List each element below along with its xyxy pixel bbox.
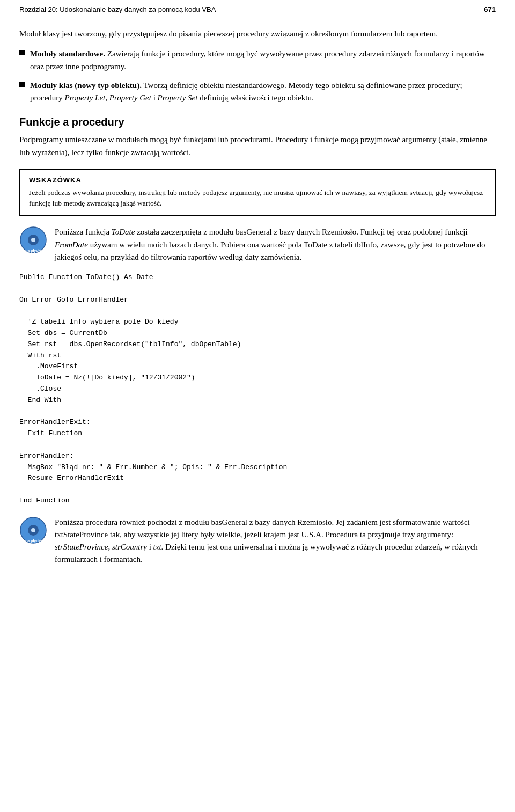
cd-icon-1: na płycie (19, 226, 47, 254)
page-header: Rozdział 20: Udoskonalanie bazy danych z… (0, 0, 515, 18)
tip-box: WSKAZÓWKA Jeżeli podczas wywołania proce… (19, 169, 496, 217)
svg-text:na płycie: na płycie (25, 248, 41, 253)
bullet-icon-1 (19, 50, 25, 55)
cd-text-1: Poniższa funkcja ToDate została zaczerpn… (55, 226, 496, 264)
bullet-bold-2: Moduły klas (nowy typ obiektu). (30, 81, 142, 90)
page-content: Moduł klasy jest tworzony, gdy przystępu… (0, 28, 515, 586)
cd-text-2: Poniższa procedura również pochodzi z mo… (55, 516, 496, 566)
bullet-item-2: Moduły klas (nowy typ obiektu). Tworzą d… (19, 79, 496, 105)
cd-icon-2: na płycie (19, 516, 47, 544)
cd-section-1: na płycie Poniższa funkcja ToDate został… (19, 226, 496, 264)
bullet-text-2: Moduły klas (nowy typ obiektu). Tworzą d… (30, 79, 496, 105)
section-heading: Funkcje a procedury (19, 116, 496, 128)
bullet-text-1: Moduły standardowe. Zawierają funkcje i … (30, 48, 496, 73)
svg-point-6 (31, 528, 35, 532)
bullet-icon-2 (19, 82, 25, 87)
section-para1: Podprogramy umieszczane w modułach mogą … (19, 134, 496, 159)
bullet-item-1: Moduły standardowe. Zawierają funkcje i … (19, 48, 496, 73)
intro-paragraph: Moduł klasy jest tworzony, gdy przystępu… (19, 28, 496, 40)
svg-point-2 (31, 238, 35, 242)
bullet-bold-1: Moduły standardowe. (30, 49, 105, 58)
code-block-1: Public Function ToDate() As Date On Erro… (19, 272, 496, 507)
cd-section-2: na płycie Poniższa procedura również poc… (19, 516, 496, 566)
tip-text: Jeżeli podczas wywołania procedury, inst… (29, 187, 486, 209)
svg-text:na płycie: na płycie (25, 539, 41, 543)
page-number: 671 (484, 5, 496, 13)
tip-label: WSKAZÓWKA (29, 176, 486, 184)
page-container: Rozdział 20: Udoskonalanie bazy danych z… (0, 0, 515, 812)
chapter-title: Rozdział 20: Udoskonalanie bazy danych z… (19, 5, 216, 13)
